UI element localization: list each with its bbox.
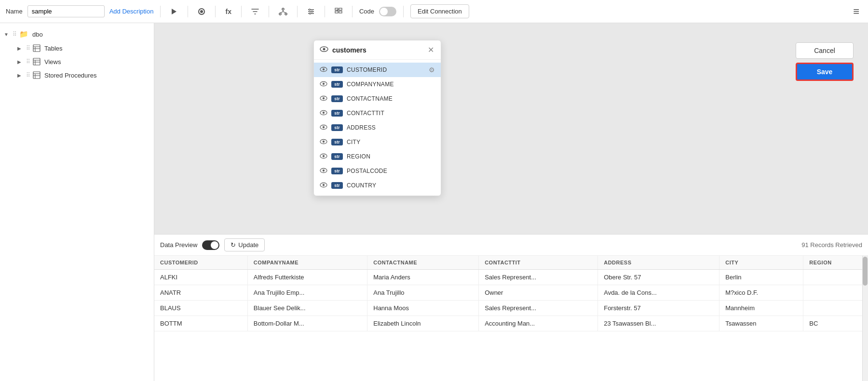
views-label: Views (44, 58, 61, 66)
table-cell: Maria Anders (367, 270, 479, 285)
filter-button[interactable] (248, 6, 262, 17)
table-cell: ANATR (154, 285, 247, 301)
sidebar-item-stored-procedures[interactable]: ▶ ⠿ Stored Procedures (14, 68, 154, 82)
popup-row[interactable]: str CONTACTTIT (314, 106, 441, 120)
popup-row[interactable]: str CITY (314, 135, 441, 149)
save-button[interactable]: Save (796, 63, 854, 81)
update-button[interactable]: ↻ Update (224, 238, 265, 251)
table-cell (803, 285, 868, 301)
schema-button[interactable] (276, 6, 290, 17)
name-input[interactable] (27, 5, 105, 17)
svg-point-5 (285, 13, 287, 15)
table-column-header: CONTACTTIT (479, 256, 598, 270)
code-toggle[interactable] (379, 7, 396, 16)
table-cell: Blauer See Delik... (247, 301, 367, 316)
column-picker-popup: customers ✕ str CUSTOMERID ⚙ str COMPANY… (313, 40, 441, 196)
row-type-badge: str (331, 95, 343, 102)
popup-row[interactable]: str CONTACTNAME (314, 92, 441, 106)
stored-proc-grid-icon (33, 71, 41, 79)
row-type-badge: str (331, 153, 343, 160)
table-wrapper[interactable]: CUSTOMERIDCOMPANYNAMECONTACTNAMECONTACTT… (154, 256, 868, 381)
row-type-badge: str (331, 124, 343, 131)
svg-marker-0 (172, 9, 176, 14)
cancel-button[interactable]: Cancel (796, 42, 854, 59)
popup-row[interactable]: str REGION (314, 149, 441, 164)
popup-row[interactable]: str COUNTRY (314, 178, 441, 193)
svg-rect-25 (33, 72, 40, 79)
tables-label: Tables (44, 45, 63, 52)
row-eye-icon (320, 95, 327, 103)
table-cell: 23 Tsawassen Bl... (598, 316, 719, 331)
svg-point-2 (200, 10, 203, 13)
table-cell: Sales Represent... (479, 270, 598, 285)
popup-row[interactable]: str ADDRESS (314, 120, 441, 135)
drag-dots-tables: ⠿ (26, 45, 30, 52)
table-cell: BLAUS (154, 301, 247, 316)
edit-connection-button[interactable]: Edit Connection (410, 4, 469, 18)
row-col-name: ADDRESS (347, 124, 435, 131)
sidebar-item-dbo[interactable]: ▼ ⠿ 📁 dbo (0, 27, 154, 41)
stored-procedures-label: Stored Procedures (44, 72, 96, 79)
update-refresh-icon: ↻ (231, 241, 236, 249)
grid-button[interactable] (332, 6, 345, 17)
preview-label: Data Preview (160, 241, 197, 249)
table-column-header: COMPANYNAME (247, 256, 367, 270)
divider-5 (269, 6, 269, 17)
table-cell: Hanna Moos (367, 301, 479, 316)
circle-button[interactable] (195, 6, 208, 17)
sidebar-item-tables[interactable]: ▶ ⠿ Tables (14, 41, 154, 55)
table-cell (803, 301, 868, 316)
row-col-name: CONTACTNAME (347, 95, 435, 102)
row-type-badge: str (331, 182, 343, 189)
table-row: ANATRAna Trujillo Emp...Ana TrujilloOwne… (154, 285, 868, 301)
table-cell: Sales Represent... (479, 301, 598, 316)
row-type-badge: str (331, 81, 343, 88)
menu-button[interactable]: ≡ (850, 5, 862, 18)
svg-point-4 (279, 13, 281, 15)
run-button[interactable] (167, 6, 181, 17)
chevron-views: ▶ (17, 59, 24, 65)
popup-row[interactable]: str CUSTOMERID ⚙ (314, 63, 441, 77)
table-cell: Berlin (719, 270, 803, 285)
dbo-label: dbo (32, 31, 43, 38)
row-type-badge: str (331, 139, 343, 145)
divider-2 (188, 6, 188, 17)
drag-dots-dbo: ⠿ (13, 31, 16, 38)
svg-point-34 (323, 83, 325, 85)
code-label: Code (359, 8, 374, 15)
svg-point-30 (323, 48, 326, 50)
svg-point-42 (323, 141, 325, 143)
divider-9 (403, 6, 404, 17)
sidebar-item-views[interactable]: ▶ ⠿ Views (14, 55, 154, 68)
row-eye-icon (320, 66, 327, 74)
row-col-name: COUNTRY (347, 182, 435, 189)
table-row: BLAUSBlauer See Delik...Hanna MoosSales … (154, 301, 868, 316)
row-type-badge: str (331, 110, 343, 117)
sliders-button[interactable] (304, 6, 318, 17)
popup-row[interactable]: str COMPANYNAME (314, 77, 441, 92)
row-type-badge: str (331, 66, 343, 73)
popup-close-button[interactable]: ✕ (427, 45, 435, 54)
row-col-name: CONTACTTIT (347, 110, 435, 117)
svg-point-44 (323, 155, 325, 157)
preview-toggle[interactable] (202, 240, 219, 250)
svg-point-9 (309, 9, 310, 10)
add-description-link[interactable]: Add Description (109, 8, 154, 15)
drag-dots-stored-procedures: ⠿ (26, 72, 30, 79)
popup-row[interactable]: str POSTALCODE (314, 164, 441, 178)
row-gear-icon[interactable]: ⚙ (429, 66, 435, 74)
svg-point-32 (323, 68, 325, 70)
svg-rect-15 (339, 11, 342, 13)
fx-button[interactable]: fx (222, 6, 234, 17)
table-cell: Owner (479, 285, 598, 301)
scrollbar[interactable] (862, 256, 868, 381)
table-cell: Alfreds Futterkiste (247, 270, 367, 285)
table-cell: Tsawassen (719, 316, 803, 331)
row-type-badge: str (331, 168, 343, 174)
main-area: ▼ ⠿ 📁 dbo ▶ ⠿ Tables ▶ ⠿ Views ▶ ⠿ (0, 23, 868, 381)
row-col-name: COMPANYNAME (347, 81, 435, 88)
svg-point-3 (282, 8, 284, 10)
table-cell: Ana Trujillo (367, 285, 479, 301)
divider-4 (241, 6, 242, 17)
table-cell (803, 270, 868, 285)
